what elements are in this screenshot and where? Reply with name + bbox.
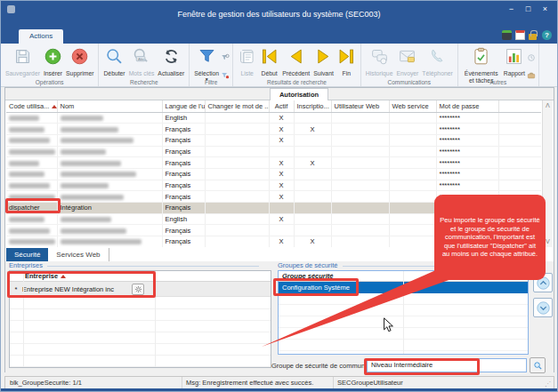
cell-lang: Français — [162, 146, 205, 157]
redacted-text — [9, 138, 50, 143]
cell-webservice — [389, 112, 436, 124]
cell-change — [205, 168, 269, 180]
col-inscription[interactable]: Inscriptio... — [294, 100, 331, 112]
close-button[interactable]: × — [537, 3, 554, 15]
cell-actif: X — [269, 124, 294, 135]
redacted-text — [9, 195, 55, 200]
col-mot-de-passe[interactable]: Mot de passe — [436, 100, 498, 112]
window-title: Fenêtre de gestion des utilisateurs du s… — [1, 10, 557, 19]
table-row[interactable]: Français******** — [6, 146, 541, 157]
cell-webuser — [331, 124, 389, 135]
keywords-button[interactable]: Abc Mots clés — [127, 46, 157, 78]
lock-icon[interactable] — [529, 34, 537, 40]
cell-filler — [498, 168, 541, 180]
save-button[interactable]: Sauvegarder — [4, 46, 42, 78]
entreprise-column-header[interactable]: Entreprise — [10, 271, 271, 282]
table-row[interactable]: EnglishX******** — [6, 112, 541, 124]
redacted-text — [9, 116, 39, 121]
tab-securite[interactable]: Sécurité — [6, 248, 48, 261]
redacted-text — [61, 183, 109, 188]
cell-lang: Français — [162, 124, 205, 135]
redacted-text — [61, 127, 118, 132]
col-actif[interactable]: Actif — [269, 100, 294, 112]
history-button[interactable]: Historique — [364, 46, 395, 78]
help-icon[interactable]: ? — [542, 30, 552, 40]
resize-grip[interactable]: ⋰ — [545, 380, 552, 388]
selection-filter-button[interactable]: Sélection ▼ — [192, 46, 221, 82]
start-search-button[interactable]: Débuter — [101, 46, 126, 78]
scroll-up-icon[interactable]: ᐱ — [543, 102, 553, 109]
minimize-button[interactable]: − — [503, 3, 520, 15]
entreprise-settings-button[interactable] — [132, 284, 144, 295]
cell-webuser — [331, 236, 389, 247]
calendar-icon[interactable] — [515, 30, 525, 40]
comm-group-lookup-button[interactable] — [530, 357, 546, 373]
cell-webservice — [389, 180, 436, 191]
first-button[interactable]: Début — [258, 46, 280, 78]
delete-button[interactable]: Supprimer — [64, 46, 95, 78]
table-row[interactable]: FrançaisXX******** — [6, 157, 541, 169]
col-nom[interactable]: Nom — [57, 100, 162, 112]
cell-filler — [498, 112, 541, 124]
list-button[interactable]: Liste — [236, 46, 258, 78]
cell-webuser — [331, 180, 389, 191]
plus-circle-icon — [44, 47, 62, 69]
cell-change — [205, 213, 269, 225]
funnel-gear-icon[interactable] — [221, 50, 230, 66]
cell-lang: Français — [162, 203, 205, 214]
next-button[interactable]: Suivant — [311, 46, 336, 78]
col-changer-mdp[interactable]: Changer le mot de ... — [205, 100, 269, 112]
col-code[interactable]: Code utilisa... — [6, 100, 57, 112]
cell-code — [6, 168, 57, 180]
magnifier-icon — [105, 47, 124, 69]
cell-webuser — [331, 112, 389, 124]
cell-change — [205, 146, 269, 157]
col-utilisateur-web[interactable]: Utilisateur Web — [331, 100, 389, 112]
cell-name — [57, 236, 162, 247]
cell-code — [6, 124, 57, 135]
group-resultats: Liste Début Précédent Suivant Fin Résult… — [233, 44, 361, 86]
cell-name — [57, 213, 162, 225]
col-langue[interactable]: Langue de l'ut... — [162, 100, 205, 112]
tab-autorisation[interactable]: Autorisation — [270, 88, 328, 100]
refresh-button[interactable]: Actualiser — [156, 46, 186, 78]
entreprise-name: Entreprise NEW Intégration inc — [22, 285, 132, 293]
window-bottom-border — [1, 388, 557, 391]
tab-services-web[interactable]: Services Web — [48, 248, 109, 261]
tab-actions[interactable]: Actions — [19, 29, 63, 44]
report-button[interactable]: Rapport — [502, 46, 527, 78]
cell-name — [57, 191, 162, 203]
cell-insc: X — [294, 157, 331, 169]
cell-code — [6, 213, 57, 225]
entreprise-row[interactable]: * Entreprise NEW Intégration inc — [10, 282, 271, 297]
calculator-icon[interactable] — [502, 30, 512, 40]
redacted-text — [9, 183, 50, 188]
col-web-service[interactable]: Web service — [389, 100, 436, 112]
envelope-icon — [398, 47, 416, 69]
comm-group-field[interactable]: Niveau Intermédiaire — [367, 358, 527, 372]
cell-code — [6, 225, 57, 236]
redacted-text — [9, 127, 44, 132]
magnifier-icon — [533, 361, 543, 371]
cell-pwd: ******** — [436, 112, 498, 124]
table-row[interactable]: FrançaisXX******** — [6, 124, 541, 135]
group-operations: Sauvegarder Insérer Supprimer Opérations — [1, 44, 99, 86]
cell-actif — [269, 146, 294, 157]
phone-button[interactable]: Téléphoner — [420, 46, 454, 78]
clock-icon[interactable] — [527, 50, 536, 66]
last-button[interactable]: Fin — [336, 46, 358, 78]
table-row[interactable]: FrançaisX******** — [6, 168, 541, 180]
maximize-button[interactable]: □ — [520, 3, 537, 15]
insert-button[interactable]: Insérer — [42, 46, 64, 78]
send-button[interactable]: Envoyer — [394, 46, 420, 78]
table-row[interactable]: FrançaisX******** — [6, 134, 541, 146]
cell-change — [205, 203, 269, 214]
cell-insc — [294, 180, 331, 191]
cell-lang: English — [162, 112, 205, 124]
x-circle-icon — [70, 47, 89, 69]
table-row[interactable]: FrançaisX******** — [6, 180, 541, 191]
previous-button[interactable]: Précédent — [280, 46, 311, 78]
move-down-button[interactable] — [533, 298, 553, 317]
cell-lang: English — [162, 213, 205, 225]
cell-name — [57, 225, 162, 236]
